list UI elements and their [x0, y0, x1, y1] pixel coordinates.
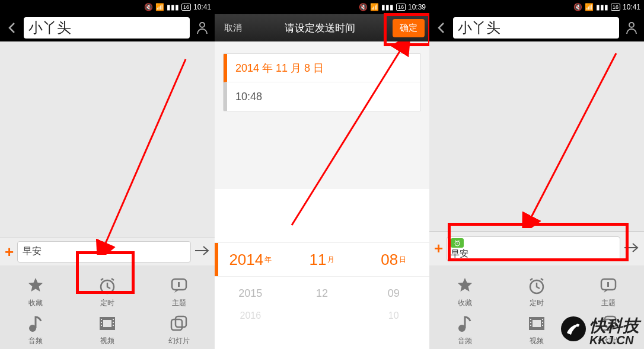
confirm-button[interactable]: 确定 [393, 19, 425, 37]
watermark-logo-icon [560, 315, 587, 348]
person-icon [196, 21, 208, 34]
film-icon [97, 313, 117, 334]
svg-point-35 [576, 324, 579, 327]
alarm-clock-icon [454, 239, 461, 246]
signal-icon: ▮▮▮ [596, 3, 608, 11]
picker-header: 取消 请设定发送时间 确定 [215, 14, 429, 41]
wifi-icon: 📶 [585, 3, 594, 11]
svg-rect-28 [542, 319, 543, 320]
chat-bubble-icon [169, 276, 189, 296]
attach-button[interactable]: + [434, 239, 443, 258]
selected-date-row[interactable]: 2014 年 11 月 8 日 [224, 54, 420, 82]
svg-rect-14 [176, 316, 186, 327]
status-bar: 🔇 📶 ▮▮▮ 16 10:41 [429, 0, 644, 14]
mute-icon: 🔇 [144, 3, 153, 11]
svg-rect-9 [101, 325, 102, 326]
chevron-left-icon [437, 22, 445, 34]
message-input[interactable]: 早安 [17, 241, 191, 262]
svg-rect-7 [101, 319, 102, 320]
grid-favorites[interactable]: 收藏 [0, 273, 72, 310]
contact-name-field[interactable]: 小丫头 [24, 17, 190, 39]
chat-header: 小丫头 [0, 14, 215, 41]
grid-label: 定时 [530, 298, 544, 308]
chat-bubble-icon [598, 276, 619, 296]
svg-rect-3 [178, 282, 180, 287]
screen-2-datepicker: 🔇 📶 ▮▮▮ 16 10:39 取消 请设定发送时间 确定 2014 年 11… [215, 0, 429, 349]
send-button[interactable] [624, 241, 639, 257]
svg-point-17 [629, 23, 634, 27]
grid-audio[interactable]: 音频 [0, 310, 72, 348]
status-bar: 🔇 📶 ▮▮▮ 16 10:41 [0, 0, 215, 14]
grid-label: 定时 [100, 298, 114, 308]
wifi-icon: 📶 [370, 3, 379, 11]
svg-point-0 [200, 23, 205, 27]
grid-favorites[interactable]: 收藏 [429, 273, 501, 310]
back-button[interactable] [433, 16, 449, 40]
send-button[interactable] [195, 244, 210, 260]
svg-rect-11 [113, 322, 114, 323]
mute-icon: 🔇 [573, 3, 582, 11]
input-row: + 早安 [429, 231, 644, 265]
selected-time-row[interactable]: 10:48 [224, 82, 420, 111]
signal-icon: ▮▮▮ [167, 3, 179, 11]
wheel-year-column[interactable]: 2014年 2015 2016 [215, 189, 286, 349]
svg-rect-6 [103, 320, 111, 327]
film-icon [527, 313, 547, 334]
contact-info-button[interactable] [623, 16, 640, 40]
slideshow-icon [169, 313, 189, 334]
signal-icon: ▮▮▮ [381, 3, 394, 11]
wheel-month-column[interactable]: 11月 12 [286, 189, 358, 349]
svg-rect-24 [533, 320, 541, 327]
chat-body[interactable] [429, 41, 644, 231]
grid-theme[interactable]: 主题 [572, 273, 644, 310]
grid-slides[interactable]: 幻灯片 [143, 310, 215, 348]
watermark: 快科技 KKJ.CN [560, 315, 639, 348]
battery-icon: 16 [181, 4, 191, 11]
status-time: 10:41 [623, 3, 640, 11]
grid-timer[interactable]: 定时 [72, 273, 144, 310]
input-row: + 早安 [0, 238, 215, 265]
date-wheel[interactable]: 2014年 2015 2016 11月 12 08日 09 10 [215, 189, 429, 349]
grid-theme[interactable]: 主题 [143, 273, 215, 310]
grid-label: 视频 [100, 336, 114, 346]
music-note-icon [25, 313, 46, 334]
screen-3-chat-scheduled: 🔇 📶 ▮▮▮ 16 10:41 小丫头 + 早安 [429, 0, 644, 349]
alarm-clock-icon [527, 276, 547, 296]
status-time: 10:39 [408, 3, 426, 11]
grid-label: 主题 [172, 298, 186, 308]
grid-label: 收藏 [458, 298, 472, 308]
contact-info-button[interactable] [193, 16, 211, 40]
grid-timer[interactable]: 定时 [501, 273, 573, 310]
music-note-icon [455, 313, 475, 334]
cancel-button[interactable]: 取消 [219, 19, 247, 37]
svg-rect-8 [101, 322, 102, 323]
watermark-text-small: KKJ.CN [589, 334, 639, 346]
svg-rect-12 [113, 325, 114, 326]
svg-rect-27 [530, 325, 531, 326]
attach-button[interactable]: + [5, 243, 14, 261]
grid-video[interactable]: 视频 [72, 310, 144, 348]
grid-label: 幻灯片 [168, 336, 190, 346]
watermark-text-big: 快科技 [589, 318, 639, 334]
svg-rect-10 [113, 319, 114, 320]
svg-rect-29 [542, 322, 543, 323]
send-icon [195, 245, 210, 256]
scheduled-badge [451, 238, 464, 248]
svg-rect-30 [542, 325, 543, 326]
message-input-scheduled[interactable]: 早安 [447, 236, 620, 261]
grid-audio[interactable]: 音频 [429, 310, 501, 348]
message-input-value: 早安 [451, 248, 616, 260]
screen-1-chat: 🔇 📶 ▮▮▮ 16 10:41 小丫头 + 早安 收藏 [0, 0, 215, 349]
wheel-day-column[interactable]: 08日 09 10 [358, 189, 429, 349]
contact-name-field[interactable]: 小丫头 [453, 17, 619, 39]
svg-rect-13 [171, 319, 182, 330]
chat-header: 小丫头 [429, 14, 644, 41]
back-button[interactable] [4, 16, 20, 40]
svg-rect-26 [530, 322, 531, 323]
chat-body[interactable] [0, 41, 215, 238]
svg-rect-21 [607, 282, 609, 287]
star-icon [455, 276, 475, 296]
alarm-clock-icon [97, 276, 117, 296]
svg-rect-25 [530, 319, 531, 320]
wifi-icon: 📶 [155, 3, 164, 11]
